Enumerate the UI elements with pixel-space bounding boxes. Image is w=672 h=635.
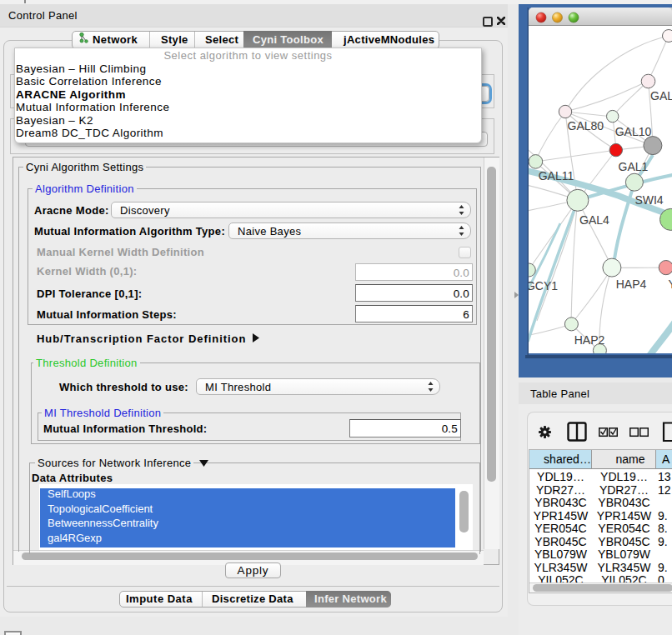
svg-text:GAL7: GAL7 [650,89,672,102]
svg-text:GAL4: GAL4 [579,213,609,227]
svg-text:GAL10: GAL10 [615,125,652,138]
svg-text:GCY1: GCY1 [526,279,558,292]
svg-text:GAL1: GAL1 [619,160,649,173]
svg-text:Y: Y [669,278,672,291]
svg-text:GAL80: GAL80 [568,119,604,132]
svg-text:HAP2: HAP2 [574,333,605,347]
svg-text:SWI4: SWI4 [634,193,663,207]
svg-text:GAL11: GAL11 [539,169,574,182]
svg-text:HAP4: HAP4 [616,278,647,291]
